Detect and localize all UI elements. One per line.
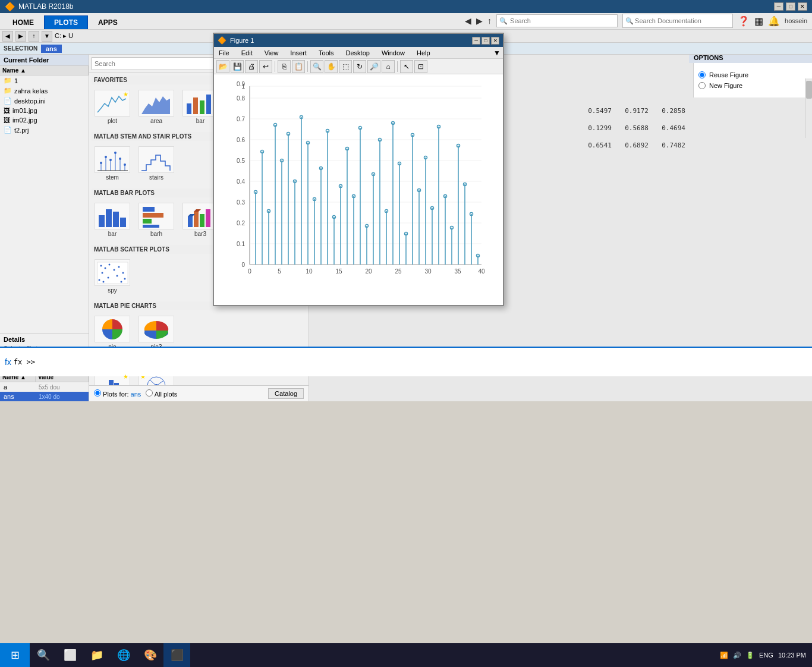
fig-menu-edit[interactable]: Edit xyxy=(239,49,255,57)
plot-item-barh[interactable]: barh xyxy=(136,200,177,240)
plot-item-plot[interactable]: ★ plot xyxy=(92,87,133,127)
up-icon[interactable]: ↑ xyxy=(487,16,492,26)
file-item-im01[interactable]: 🖼 im01.jpg xyxy=(0,106,89,115)
figure-title-text: Figure 1 xyxy=(230,37,254,44)
file-item-desktop[interactable]: 📄 desktop.ini xyxy=(0,96,89,106)
svg-rect-29 xyxy=(206,209,210,227)
svg-point-62 xyxy=(155,384,158,386)
workspace-item-a[interactable]: a 5x5 dou xyxy=(0,382,89,392)
file-item-t2[interactable]: 📄 t2.prj xyxy=(0,125,89,135)
tray-volume-icon[interactable]: 🔊 xyxy=(733,652,741,659)
grid-icon[interactable]: ▦ xyxy=(754,15,763,27)
fig-tool-zoom-box[interactable]: ⬚ xyxy=(339,60,352,73)
forward-icon[interactable]: ▶ xyxy=(476,16,483,26)
path-back-button[interactable]: ◀ xyxy=(2,31,13,42)
svg-rect-2 xyxy=(193,97,198,114)
plot-item-spy[interactable]: spy xyxy=(92,256,133,297)
fig-menu-file[interactable]: File xyxy=(216,49,232,57)
file-name-im02: im02.jpg xyxy=(12,117,37,124)
plot-item-stem[interactable]: stem xyxy=(92,143,133,184)
tab-plots[interactable]: PLOTS xyxy=(44,15,88,29)
fig-tool-rotate[interactable]: ↻ xyxy=(353,60,366,73)
fig-tool-copy[interactable]: ⎘ xyxy=(278,60,291,73)
taskbar-search[interactable]: 🔍 xyxy=(30,643,56,667)
fig-tool-zoom-out[interactable]: 🔎 xyxy=(367,60,380,73)
maximize-button[interactable]: □ xyxy=(786,2,795,11)
reuse-figure-radio[interactable] xyxy=(698,71,706,78)
warning-icon[interactable]: 🔔 xyxy=(768,15,780,27)
taskbar-paint[interactable]: 🎨 xyxy=(137,643,163,667)
fig-menu-insert[interactable]: Insert xyxy=(288,49,309,57)
back-icon[interactable]: ◀ xyxy=(465,16,471,26)
taskbar-browser[interactable]: 🌐 xyxy=(110,643,137,667)
ribbon-tabs: HOME PLOTS APPS ◀ ▶ ↑ 🔍 🔍 ❓ ▦ 🔔 hossein xyxy=(0,13,812,30)
path-refresh-button[interactable]: ▼ xyxy=(42,31,52,42)
plot-label-area: area xyxy=(150,118,162,124)
plot-item-area[interactable]: area xyxy=(136,87,177,127)
fig-menu-tools[interactable]: Tools xyxy=(316,49,336,57)
fig-tool-cursor[interactable]: ↖ xyxy=(400,60,413,73)
fig-menu-desktop[interactable]: Desktop xyxy=(344,49,372,57)
fig-tool-paste[interactable]: 📋 xyxy=(292,60,305,73)
search-docs-input[interactable] xyxy=(635,17,730,24)
all-plots-label: All plots xyxy=(146,389,177,398)
fig-tool-zoom-in[interactable]: 🔍 xyxy=(310,60,323,73)
plot-item-bar[interactable]: bar xyxy=(92,200,133,240)
header-var: ans xyxy=(41,45,62,53)
taskbar-matlab[interactable]: ⬛ xyxy=(163,643,190,667)
figure-close-button[interactable]: ✕ xyxy=(491,37,499,45)
file-name-1: 1 xyxy=(14,77,18,84)
figure-chart-area: 0 0.1 0.2 0.3 0.4 0.5 0.6 0.7 0.8 0.9 0 … xyxy=(214,74,503,296)
command-input[interactable] xyxy=(37,358,807,366)
new-figure-radio[interactable] xyxy=(698,82,706,89)
fig-menu-help[interactable]: Help xyxy=(414,49,433,57)
file-item-zahra[interactable]: 📁 zahra kelas xyxy=(0,86,89,96)
fig-tool-open[interactable]: 📂 xyxy=(216,60,229,73)
fig-tool-annotate[interactable]: ⊡ xyxy=(414,60,427,73)
fig-menu-window[interactable]: Window xyxy=(379,49,407,57)
fig-tool-save[interactable]: 💾 xyxy=(231,60,244,73)
figure-title-controls: ─ □ ✕ xyxy=(472,37,499,45)
tray-lang[interactable]: ENG xyxy=(759,652,773,659)
plot-item-stairs[interactable]: stairs xyxy=(136,143,177,184)
figure-expand-icon[interactable]: ▼ xyxy=(493,49,501,57)
tab-apps[interactable]: APPS xyxy=(88,15,128,29)
tray-battery-icon[interactable]: 🔋 xyxy=(746,652,754,659)
command-window: fx fx >> xyxy=(0,347,812,376)
clock-time: 10:23 PM xyxy=(778,652,806,659)
fig-tool-undo[interactable]: ↩ xyxy=(259,60,272,73)
fig-tool-reset[interactable]: ⌂ xyxy=(382,60,395,73)
figure-minimize-button[interactable]: ─ xyxy=(472,37,480,45)
fig-tool-print[interactable]: 🖨 xyxy=(245,60,258,73)
path-forward-button[interactable]: ▶ xyxy=(15,31,26,42)
start-button[interactable]: ⊞ xyxy=(0,643,30,667)
file-name-desktop: desktop.ini xyxy=(14,97,46,105)
taskbar-explorer[interactable]: 📁 xyxy=(83,643,110,667)
data-row-2: 0.1299 0.5688 0.4694 xyxy=(576,124,685,132)
catalog-button[interactable]: Catalog xyxy=(268,388,304,399)
all-plots-radio[interactable] xyxy=(146,389,153,397)
taskbar-taskview[interactable]: ⬜ xyxy=(56,643,83,667)
file-item-im02[interactable]: 🖼 im02.jpg xyxy=(0,115,89,125)
tray-network-icon[interactable]: 📶 xyxy=(720,652,728,659)
new-figure-label: New Figure xyxy=(709,82,742,89)
current-folder-panel: Current Folder Name ▲ 📁 1 📁 zahra kelas xyxy=(0,55,89,333)
command-prompt: fx >> xyxy=(14,358,35,366)
help-icon[interactable]: ❓ xyxy=(738,15,750,27)
option-reuse-figure[interactable]: Reuse Figure xyxy=(698,71,807,78)
file-item-1[interactable]: 📁 1 xyxy=(0,75,89,86)
col-name-header[interactable]: Name ▲ xyxy=(0,66,89,75)
workspace-item-ans[interactable]: ans 1x40 do xyxy=(0,392,89,401)
plots-for-ans-radio[interactable] xyxy=(94,389,101,397)
path-up-button[interactable]: ↑ xyxy=(29,31,39,42)
figure-maximize-button[interactable]: □ xyxy=(481,37,490,45)
taskbar-clock[interactable]: 10:23 PM xyxy=(778,652,806,659)
close-button[interactable]: ✕ xyxy=(798,2,807,11)
minimize-button[interactable]: ─ xyxy=(774,2,783,11)
options-scrollbar[interactable] xyxy=(805,78,812,138)
search-input[interactable] xyxy=(508,15,615,27)
fig-tool-pan[interactable]: ✋ xyxy=(325,60,338,73)
fig-menu-view[interactable]: View xyxy=(262,49,281,57)
option-new-figure[interactable]: New Figure xyxy=(698,82,807,89)
tab-home[interactable]: HOME xyxy=(2,15,44,29)
